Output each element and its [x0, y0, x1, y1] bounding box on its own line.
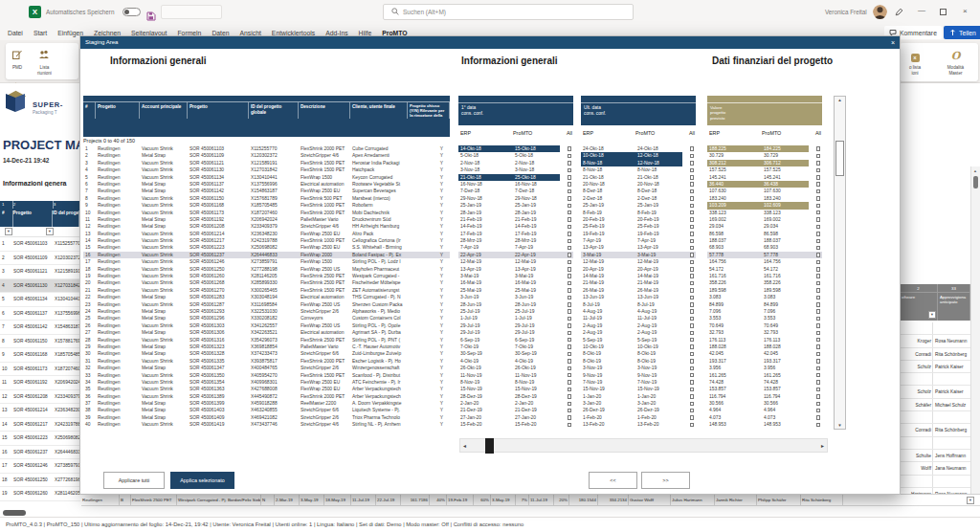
apply-row-checkbox[interactable]: [816, 239, 821, 244]
apply-row-checkbox[interactable]: [690, 196, 695, 201]
project-row[interactable]: 6-Sep-196-Sep-19: [458, 337, 573, 344]
project-row[interactable]: 7-Nov-197-Nov-19: [581, 379, 696, 386]
apply-row-checkbox[interactable]: [568, 146, 572, 151]
menu-tab[interactable]: Ansicht: [240, 30, 261, 36]
project-row[interactable]: 21-Okt-1825-Okt-18: [458, 174, 573, 181]
project-row[interactable]: 28ReutlingenVacuum ShrinkSOR 450061316X3…: [83, 337, 450, 344]
menu-tab[interactable]: Einfügen: [57, 30, 83, 36]
project-row[interactable]: 3.9563.956: [707, 365, 822, 371]
apply-row-checkbox[interactable]: [816, 338, 821, 343]
apply-row-checkbox[interactable]: [816, 317, 821, 321]
table-row[interactable]: 11SOR 450061192X206942024: [0, 376, 80, 390]
project-row[interactable]: 21ReutlingenVacuum ShrinkSOR 450061270X3…: [83, 287, 450, 294]
save-icon[interactable]: [146, 8, 156, 25]
table-row[interactable]: 14SOR 450061217X242319788: [0, 418, 80, 432]
project-row[interactable]: 30.72930.729: [707, 152, 822, 159]
project-row[interactable]: 8-Jul-198-Jul-19: [581, 301, 696, 308]
apply-row-checkbox[interactable]: [816, 331, 821, 336]
project-row[interactable]: 9-Nov-199-Nov-19: [581, 372, 696, 379]
project-row[interactable]: 8ReutlingenVacuum ShrinkSOR 450061150X15…: [83, 195, 450, 202]
project-row[interactable]: 13-Feb-2013-Feb-20: [581, 421, 696, 428]
apply-row-checkbox[interactable]: [690, 388, 695, 392]
apply-row-checkbox[interactable]: [690, 423, 695, 428]
project-row[interactable]: 161.716161.716: [707, 273, 822, 279]
project-row[interactable]: 4.9644.964: [707, 407, 822, 413]
apply-row-checkbox[interactable]: [568, 288, 572, 293]
menu-tab[interactable]: Hilfe: [359, 30, 372, 36]
project-row[interactable]: 148.953148.953: [707, 421, 822, 428]
apply-row-checkbox[interactable]: [568, 168, 572, 173]
project-row[interactable]: 8-Nov-1812-Nov-18: [581, 160, 696, 166]
project-row[interactable]: 25-Jul-1925-Jul-19: [458, 308, 573, 315]
apply-row-checkbox[interactable]: [816, 402, 821, 407]
project-row[interactable]: 308.212306.712: [707, 160, 822, 166]
apply-row-checkbox[interactable]: [816, 352, 821, 357]
project-row[interactable]: 4-Aug-194-Aug-19: [581, 308, 696, 315]
sheet-vscrollbar-thumb[interactable]: [973, 176, 978, 188]
apply-row-checkbox[interactable]: [816, 253, 821, 257]
apply-row-checkbox[interactable]: [690, 246, 695, 251]
apply-row-checkbox[interactable]: [690, 409, 695, 413]
project-row[interactable]: 4-Okt-194-Okt-19: [458, 358, 573, 365]
project-row[interactable]: 188.225184.225: [707, 145, 822, 152]
apply-row-checkbox[interactable]: [568, 394, 572, 399]
table-row[interactable]: 10SOR 450061173X187207460: [0, 363, 80, 377]
master-mode-button[interactable]: O Modalità Master: [934, 43, 976, 76]
apply-row-checkbox[interactable]: [568, 274, 572, 278]
table-row[interactable]: 1SOR 450061103X115255770: [0, 237, 80, 252]
project-row[interactable]: 25-Jan-1925-Jan-19: [581, 202, 696, 209]
apply-row-checkbox[interactable]: [568, 225, 572, 230]
apply-row-checkbox[interactable]: [816, 296, 821, 300]
project-row[interactable]: 19ReutlingenVacuum ShrinkSOR 450061260X2…: [83, 273, 450, 279]
apply-row-checkbox[interactable]: [816, 394, 821, 399]
project-row[interactable]: 27ReutlingenMetal StrapSOR 450061306X342…: [83, 329, 450, 336]
apply-row-checkbox[interactable]: [568, 196, 572, 201]
apply-row-checkbox[interactable]: [568, 331, 572, 336]
project-row[interactable]: 3-Jan-203-Jan-20: [581, 400, 696, 407]
apply-row-checkbox[interactable]: [568, 423, 572, 428]
project-row[interactable]: 26-Dez-1926-Dez-19: [581, 407, 696, 413]
project-row[interactable]: 2-Jan-202-Jan-20: [458, 400, 573, 407]
apply-row-checkbox[interactable]: [816, 380, 821, 385]
apply-row-checkbox[interactable]: [816, 267, 821, 272]
project-row[interactable]: 17ReutlingenVacuum ShrinkSOR 450061246X2…: [83, 258, 450, 265]
partial-list-button[interactable]: x o lista ioni: [900, 43, 930, 76]
apply-selected-button[interactable]: Applica selezionato: [170, 472, 234, 489]
project-row[interactable]: 12ReutlingenMetal StrapSOR 450061208X233…: [83, 223, 450, 230]
project-row[interactable]: 26-Okt-1926-Okt-19: [458, 365, 573, 371]
apply-row-checkbox[interactable]: [690, 146, 695, 151]
apply-row-checkbox[interactable]: [568, 402, 572, 407]
apply-row-checkbox[interactable]: [690, 260, 695, 265]
project-row[interactable]: 27-Jan-2027-Jan-20: [458, 414, 573, 421]
project-row[interactable]: 57.77857.778: [707, 252, 822, 258]
apply-row-checkbox[interactable]: [690, 288, 695, 293]
apply-row-checkbox[interactable]: [816, 302, 821, 307]
apply-row-checkbox[interactable]: [690, 225, 695, 230]
apply-row-checkbox[interactable]: [816, 182, 821, 187]
project-row[interactable]: 16-Nov-1816-Nov-18: [458, 181, 573, 188]
table-row[interactable]: 15SOR 450061223X250698082: [0, 432, 80, 446]
apply-row-checkbox[interactable]: [690, 168, 695, 173]
project-row[interactable]: 8-Dez-188-Dez-18: [581, 188, 696, 194]
apply-row-checkbox[interactable]: [816, 415, 821, 420]
apply-row-checkbox[interactable]: [816, 366, 821, 371]
project-row[interactable]: 20-Nov-1820-Nov-18: [581, 181, 696, 188]
project-row[interactable]: 29-Nov-1829-Nov-18: [458, 195, 573, 202]
apply-row-checkbox[interactable]: [690, 267, 695, 272]
table-row[interactable]: 19SOR 450061260X281146205: [0, 487, 80, 501]
apply-row-checkbox[interactable]: [816, 246, 821, 251]
project-row[interactable]: 7-Dez-187-Dez-18: [458, 188, 573, 194]
table-row[interactable]: 13SOR 450061214X236348230: [0, 404, 80, 418]
project-row[interactable]: 15-Nov-1915-Nov-19: [458, 386, 573, 392]
project-row[interactable]: 28-Jun-1928-Jun-19: [458, 301, 573, 308]
apply-row-checkbox[interactable]: [568, 344, 572, 349]
apply-row-checkbox[interactable]: [816, 161, 821, 166]
project-row[interactable]: 9ReutlingenVacuum ShrinkSOR 450061168X18…: [83, 202, 450, 209]
menu-tab[interactable]: Datei: [8, 30, 23, 36]
dialog-hscrollbar[interactable]: ◄ ►: [459, 438, 828, 453]
project-row[interactable]: 30ReutlingenMetal StrapSOR 450061328X374…: [83, 350, 450, 357]
project-row[interactable]: 20-Feb-1920-Feb-19: [581, 216, 696, 223]
project-row[interactable]: 13-Apr-1913-Apr-19: [458, 266, 573, 273]
apply-row-checkbox[interactable]: [690, 402, 695, 407]
project-row[interactable]: 7-Apr-197-Apr-19: [458, 244, 573, 251]
